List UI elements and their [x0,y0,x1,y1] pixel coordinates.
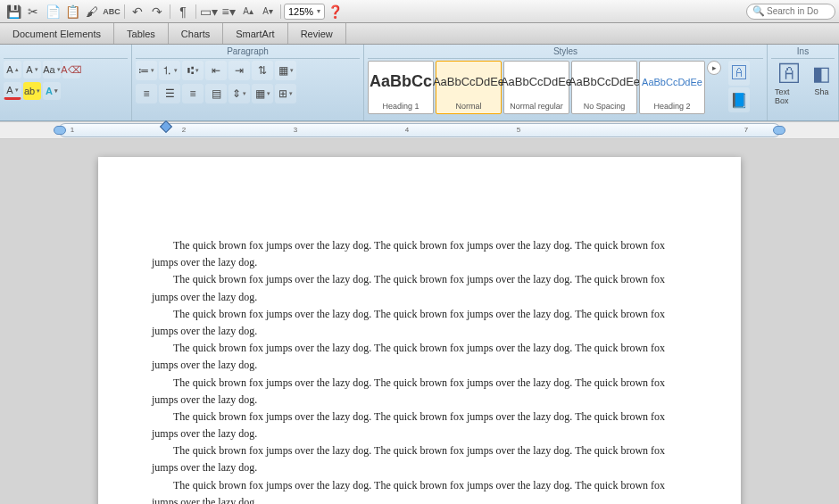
ruler-tick: 2 [182,126,186,134]
shape-button[interactable]: ◧ Sha [809,61,835,98]
help-icon[interactable]: ❓ [325,2,345,21]
zoom-value: 125% [288,6,313,17]
ruler-tick: 5 [517,126,520,134]
paragraph[interactable]: The quick brown fox jumps over the lazy … [152,271,687,305]
paragraph[interactable]: The quick brown fox jumps over the lazy … [152,375,687,409]
decrease-indent-button[interactable]: ⇤ [205,61,227,80]
copy-icon[interactable]: 📄 [43,2,62,21]
line-spacing-button[interactable]: ⇕▾ [228,84,250,103]
styles-group: Styles AaBbCcHeading 1AaBbCcDdEeNormalAa… [364,45,768,120]
style-preview: AaBbCcDdEe [569,62,640,102]
borders-button[interactable]: ▦▾ [275,61,296,80]
style-preview: AaBbCcDdEe [433,62,504,102]
shading-button[interactable]: ▦▾ [252,84,273,103]
style-preview: AaBbCcDdEe [642,62,702,102]
ruler-tick: 3 [294,126,297,134]
align-left-button[interactable]: ≡ [136,84,157,103]
text-box-label: Text Box [775,87,803,105]
highlight-button[interactable]: ab▾ [23,82,41,100]
paragraph[interactable]: The quick brown fox jumps over the lazy … [152,409,687,442]
show-formatting-icon[interactable]: ¶ [173,2,193,21]
chevron-down-icon: ▾ [317,7,320,15]
tab-tables[interactable]: Tables [114,23,169,44]
search-input[interactable] [767,6,829,16]
style-label: Heading 1 [382,102,419,113]
layout-icon[interactable]: ▭▾ [199,2,219,21]
text-effects-button[interactable]: A▾ [43,82,61,100]
undo-icon[interactable]: ↶ [128,2,147,21]
insert-group: Ins 🄰 Text Box ◧ Sha [768,45,839,120]
ruler-tick: 1 [71,126,74,134]
search-icon: 🔍 [752,5,765,17]
tab-smartart[interactable]: SmartArt [223,23,287,44]
style-gallery: AaBbCcHeading 1AaBbCcDdEeNormalAaBbCcDdE… [368,61,705,114]
font-color-button[interactable]: A▾ [4,82,21,100]
font-group: A▴ A▾ Aa▾ A⌫ A▾ ab▾ A▾ [0,45,132,120]
insert-group-title: Ins [771,46,835,59]
text-direction-button[interactable]: ⇅ [252,61,273,80]
columns-icon[interactable]: ≡▾ [219,2,238,21]
style-card-normal-regular[interactable]: AaBbCcDdEeNormal regular [503,61,569,114]
search-box[interactable]: 🔍 [746,4,835,20]
style-card-normal[interactable]: AaBbCcDdEeNormal [436,61,502,114]
increase-indent-button[interactable]: ⇥ [228,61,250,80]
cut-icon[interactable]: ✂ [23,2,43,21]
sort-button[interactable]: ⊞▾ [275,84,296,103]
multilevel-list-button[interactable]: ⑆▾ [182,61,204,80]
format-painter-icon[interactable]: 🖌 [82,2,102,21]
numbering-button[interactable]: ⒈▾ [159,61,180,80]
tab-document-elements[interactable]: Document Elements [0,23,114,44]
redo-icon[interactable]: ↷ [147,2,167,21]
styles-group-title: Styles [368,46,763,59]
style-preview: AaBbCcDdEe [501,62,572,102]
style-card-no-spacing[interactable]: AaBbCcDdEeNo Spacing [571,61,637,114]
indent-marker[interactable] [160,120,172,133]
save-icon[interactable]: 💾 [4,2,23,21]
zoom-selector[interactable]: 125% ▾ [284,4,325,20]
paragraph[interactable]: The quick brown fox jumps over the lazy … [152,340,687,374]
paste-icon[interactable]: 📋 [62,2,82,21]
paragraph[interactable]: The quick brown fox jumps over the lazy … [152,306,687,340]
styles-pane-button[interactable]: 🄰 [728,61,750,86]
shape-icon: ◧ [812,62,831,86]
paragraph-group: Paragraph ≔▾ ⒈▾ ⑆▾ ⇤ ⇥ ⇅ ▦▾ ≡ ☰ ≡ ▤ ⇕▾ ▦… [132,45,364,120]
shrink-font-button[interactable]: A▾ [23,61,41,78]
style-card-heading-1[interactable]: AaBbCcHeading 1 [368,61,434,114]
horizontal-ruler[interactable]: 123457 [58,123,781,137]
quick-access-toolbar: 💾 ✂ 📄 📋 🖌 ABC ↶ ↷ ¶ ▭▾ ≡▾ A▴ A▾ 125% ▾ ❓… [0,0,839,23]
align-right-button[interactable]: ≡ [182,84,204,103]
justify-button[interactable]: ▤ [205,84,227,103]
shrink-font-icon[interactable]: A▾ [258,2,278,21]
grow-font-button[interactable]: A▴ [4,61,21,78]
clear-formatting-button[interactable]: A⌫ [62,61,80,78]
style-label: Heading 2 [653,102,690,113]
grow-font-icon[interactable]: A▴ [238,2,258,21]
paragraph[interactable]: The quick brown fox jumps over the lazy … [152,237,687,271]
document-viewport[interactable]: The quick brown fox jumps over the lazy … [0,139,839,504]
bullets-button[interactable]: ≔▾ [136,61,157,80]
page[interactable]: The quick brown fox jumps over the lazy … [98,157,741,504]
ribbon-tabs: Document Elements Tables Charts SmartArt… [0,23,839,45]
shape-label: Sha [814,87,828,96]
paragraph[interactable]: The quick brown fox jumps over the lazy … [152,477,687,504]
ruler-tick: 4 [405,126,409,134]
ruler-right-cap [773,126,785,135]
gallery-next-button[interactable]: ▸ [707,61,721,75]
change-case-button[interactable]: Aa▾ [43,61,61,78]
align-center-button[interactable]: ☰ [159,84,180,103]
font-group-title [4,46,128,59]
text-box-button[interactable]: 🄰 Text Box [771,61,807,107]
tab-review[interactable]: Review [288,23,346,44]
ruler-left-cap [54,126,66,135]
paragraph-group-title: Paragraph [136,46,360,59]
style-label: Normal regular [510,102,563,113]
style-preview: AaBbCc [370,62,432,102]
style-card-heading-2[interactable]: AaBbCcDdEeHeading 2 [639,61,705,114]
spellcheck-icon[interactable]: ABC [102,2,121,21]
style-label: No Spacing [584,102,626,113]
tab-charts[interactable]: Charts [169,23,223,44]
ruler-row: 123457 [0,121,839,139]
manage-styles-button[interactable]: 📘 [728,87,750,112]
paragraph[interactable]: The quick brown fox jumps over the lazy … [152,442,687,476]
ruler-tick: 7 [744,126,748,134]
